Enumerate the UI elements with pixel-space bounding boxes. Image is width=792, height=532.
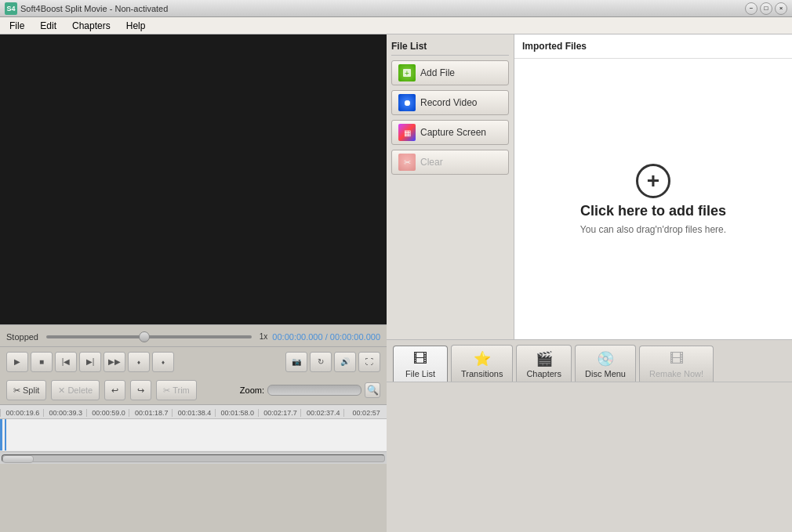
maximize-button[interactable]: □	[760, 2, 772, 15]
timeline-area[interactable]: 00:00:19.6 00:00:39.3 00:00:59.0 00:01:1…	[0, 404, 387, 451]
delete-icon: ✕	[58, 385, 65, 396]
delete-button[interactable]: ✕ Delete	[51, 380, 100, 400]
redo-button[interactable]: ↪	[130, 380, 151, 400]
titlebar: S4 Soft4Boost Split Movie - Non-activate…	[0, 0, 792, 17]
clear-icon: ✂	[398, 154, 416, 171]
tab-chapters-icon: 🎬	[536, 350, 553, 367]
undo-icon: ↩	[111, 385, 118, 396]
ruler-mark-4: 00:01:38.4	[172, 409, 215, 417]
mark-in-button[interactable]: ⬧	[128, 352, 150, 372]
tab-disc-menu-label: Disc Menu	[585, 369, 626, 378]
next-frame-button[interactable]: ▶|	[79, 352, 101, 372]
tab-file-list[interactable]: 🎞 File List	[393, 346, 448, 382]
imported-files-content[interactable]: + Click here to add files You can also d…	[514, 59, 792, 339]
delete-label: Delete	[67, 385, 93, 395]
zoom-slider[interactable]	[267, 385, 361, 396]
timeline-track[interactable]	[0, 419, 387, 451]
capture-screen-button[interactable]: ▦ Capture Screen	[391, 120, 509, 145]
app-icon: S4	[5, 2, 17, 15]
add-file-label: Add File	[420, 67, 455, 78]
controls-row: ▶ ■ |◀ ▶| ▶▶ ⬧ ⬧ 📷 ↻ 🔊 ⛶	[0, 346, 387, 376]
tab-remake-now-label: Remake Now!	[649, 369, 703, 378]
titlebar-left: S4 Soft4Boost Split Movie - Non-activate…	[5, 2, 168, 15]
time-display: 00:00:00.000 / 00:00:00.000	[272, 332, 380, 342]
ruler-mark-2: 00:00:59.0	[86, 409, 129, 417]
add-file-icon: +	[398, 64, 416, 81]
speed-thumb[interactable]	[139, 331, 150, 342]
imported-files-header: Imported Files	[514, 34, 792, 59]
scrollbar-thumb[interactable]	[2, 455, 34, 463]
ruler-mark-3: 00:01:18.7	[129, 409, 172, 417]
file-list-panel: File List + Add File ⏺ Record Video ▦	[387, 34, 514, 339]
record-video-icon: ⏺	[398, 94, 416, 111]
window-controls: − □ ×	[745, 2, 787, 15]
ruler-mark-1: 00:00:39.3	[43, 409, 86, 417]
rotate-button[interactable]: ↻	[310, 352, 332, 372]
undo-button[interactable]: ↩	[104, 380, 125, 400]
trim-label: Trim	[173, 385, 190, 395]
tab-chapters-label: Chapters	[526, 369, 561, 378]
add-files-text: Click here to add files	[580, 203, 726, 219]
menubar: File Edit Chapters Help	[0, 17, 792, 34]
zoom-icon[interactable]: 🔍	[365, 382, 380, 398]
add-files-circle-icon: +	[636, 164, 670, 198]
tab-transitions-icon: ⭐	[474, 350, 491, 367]
add-files-subtext: You can also drag'n'drop files here.	[580, 224, 726, 235]
mark-out-button[interactable]: ⬧	[152, 352, 174, 372]
add-file-button[interactable]: + Add File	[391, 60, 509, 85]
prev-frame-button[interactable]: |◀	[55, 352, 77, 372]
ruler-mark-6: 00:02:17.7	[258, 409, 301, 417]
right-panel: File List + Add File ⏺ Record Video ▦	[387, 34, 792, 532]
zoom-label: Zoom:	[240, 385, 264, 395]
minimize-button[interactable]: −	[745, 2, 757, 15]
tab-remake-now[interactable]: 🎞 Remake Now!	[639, 346, 714, 382]
transport-bar: Stopped 1x 00:00:00.000 / 00:00:00.000	[0, 324, 387, 346]
trim-button[interactable]: ✂ Trim	[156, 380, 197, 400]
redo-icon: ↪	[137, 385, 144, 396]
left-panel: Stopped 1x 00:00:00.000 / 00:00:00.000 ▶…	[0, 34, 387, 532]
split-button[interactable]: ✂ Split	[6, 380, 46, 400]
menu-chapters[interactable]: Chapters	[66, 19, 117, 33]
record-video-button[interactable]: ⏺ Record Video	[391, 90, 509, 115]
clear-button[interactable]: ✂ Clear	[391, 150, 509, 175]
horizontal-scrollbar[interactable]	[0, 451, 387, 464]
speed-slider[interactable]	[46, 335, 252, 338]
window-title: Soft4Boost Split Movie - Non-activated	[20, 4, 168, 13]
bottom-content-area	[387, 382, 792, 532]
ruler-mark-7: 00:02:37.4	[300, 409, 343, 417]
snapshot-button[interactable]: 📷	[285, 352, 307, 372]
tab-transitions-label: Transitions	[461, 369, 503, 378]
capture-screen-label: Capture Screen	[420, 127, 486, 138]
tab-transitions[interactable]: ⭐ Transitions	[451, 345, 513, 382]
timeline-ruler: 00:00:19.6 00:00:39.3 00:00:59.0 00:01:1…	[0, 405, 387, 419]
tab-disc-menu-icon: 💿	[597, 350, 614, 367]
svg-text:+: +	[405, 69, 409, 78]
speed-label: 1x	[260, 332, 268, 341]
capture-screen-icon: ▦	[398, 124, 416, 141]
tab-remake-now-icon: 🎞	[670, 351, 684, 367]
volume-button[interactable]: 🔊	[334, 352, 356, 372]
ruler-mark-8: 00:02:57	[343, 409, 387, 417]
tab-disc-menu[interactable]: 💿 Disc Menu	[575, 345, 636, 382]
file-list-header: File List	[391, 41, 509, 56]
fullscreen-button[interactable]: ⛶	[358, 352, 380, 372]
close-button[interactable]: ×	[775, 2, 787, 15]
forward-button[interactable]: ▶▶	[104, 352, 125, 372]
top-right: File List + Add File ⏺ Record Video ▦	[387, 34, 792, 340]
main-container: Stopped 1x 00:00:00.000 / 00:00:00.000 ▶…	[0, 34, 792, 532]
imported-files-panel: Imported Files + Click here to add files…	[514, 34, 792, 339]
menu-file[interactable]: File	[3, 19, 31, 33]
playback-status: Stopped	[6, 332, 38, 342]
stop-button[interactable]: ■	[31, 352, 53, 372]
split-label: Split	[23, 385, 39, 395]
scrollbar-track[interactable]	[2, 454, 385, 462]
tab-file-list-icon: 🎞	[413, 351, 427, 367]
split-icon: ✂	[13, 385, 20, 396]
play-button[interactable]: ▶	[6, 352, 28, 372]
tab-chapters[interactable]: 🎬 Chapters	[516, 345, 572, 382]
ruler-mark-5: 00:01:58.0	[215, 409, 258, 417]
menu-edit[interactable]: Edit	[34, 19, 63, 33]
edit-row: ✂ Split ✕ Delete ↩ ↪ ✂ Trim Zoom: 🔍	[0, 376, 387, 404]
menu-help[interactable]: Help	[120, 19, 152, 33]
ruler-mark-0: 00:00:19.6	[0, 409, 43, 417]
